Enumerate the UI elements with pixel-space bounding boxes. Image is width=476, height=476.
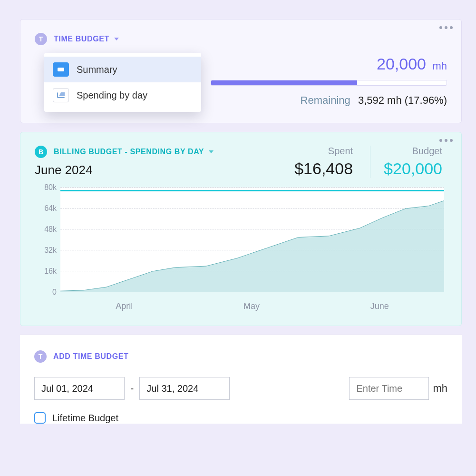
time-budget-title-dropdown[interactable]: TIME BUDGET <box>54 35 119 43</box>
time-budget-card: T TIME BUDGET 20,000 mh Remaining 3,592 … <box>20 19 462 123</box>
remaining-value: 3,592 mh (17.96%) <box>358 94 447 106</box>
billing-month: June 2024 <box>35 163 290 178</box>
billing-title: BILLING BUDGET - SPENDING BY DAY <box>54 148 204 156</box>
chevron-down-icon <box>114 38 119 40</box>
y-tick-label: 80k <box>35 183 57 192</box>
y-tick-label: 16k <box>35 267 57 276</box>
chart-svg <box>60 188 444 292</box>
date-from-input[interactable] <box>34 377 125 400</box>
spent-label: Spent <box>294 146 353 157</box>
date-to-input[interactable] <box>139 377 230 400</box>
time-budget-title: TIME BUDGET <box>54 35 109 43</box>
dropdown-item-spending[interactable]: Spending by day <box>44 82 201 108</box>
date-range-dash: - <box>130 382 134 395</box>
lifetime-budget-checkbox[interactable] <box>34 412 46 424</box>
dropdown-item-label: Spending by day <box>77 90 147 101</box>
budget-figure: Budget $20,000 <box>370 146 447 178</box>
y-tick-label: 48k <box>35 225 57 234</box>
x-tick-label: June <box>370 301 389 311</box>
chevron-down-icon <box>209 150 214 153</box>
x-tick-label: April <box>116 301 133 311</box>
view-dropdown: Summary Spending by day <box>44 53 201 112</box>
billing-title-dropdown[interactable]: BILLING BUDGET - SPENDING BY DAY <box>54 148 214 156</box>
spent-value: $16,408 <box>294 159 353 178</box>
summary-icon <box>53 62 69 77</box>
y-tick-label: 64k <box>35 204 57 213</box>
time-input[interactable] <box>349 377 429 400</box>
spending-chart: 016k32k48k64k80k AprilMayJune <box>35 188 447 311</box>
dropdown-item-summary[interactable]: Summary <box>44 57 201 82</box>
billing-badge-icon: B <box>35 146 47 158</box>
lifetime-budget-label: Lifetime Budget <box>52 413 118 424</box>
y-tick-label: 0 <box>35 288 57 297</box>
y-tick-label: 32k <box>35 246 57 255</box>
time-budget-total-value: 20,000 <box>377 55 426 73</box>
kebab-icon[interactable] <box>439 26 453 29</box>
time-badge-icon: T <box>34 350 47 363</box>
progress-fill <box>211 80 357 85</box>
time-unit: mh <box>433 382 447 395</box>
budget-value: $20,000 <box>384 159 442 178</box>
spent-figure: Spent $16,408 <box>290 146 358 178</box>
add-time-budget-section: T ADD TIME BUDGET - mh Lifetime Budget <box>20 335 462 424</box>
billing-budget-card: B BILLING BUDGET - SPENDING BY DAY June … <box>20 132 462 326</box>
time-budget-progress <box>211 80 447 86</box>
chart-icon <box>53 88 69 102</box>
time-budget-total-unit: mh <box>432 60 447 72</box>
x-tick-label: May <box>243 301 260 311</box>
budget-label: Budget <box>384 146 442 157</box>
time-badge-icon: T <box>35 33 47 45</box>
dropdown-item-label: Summary <box>77 64 117 75</box>
kebab-icon[interactable] <box>439 139 453 142</box>
remaining-label: Remaining <box>301 94 350 106</box>
add-time-title: ADD TIME BUDGET <box>53 352 128 361</box>
